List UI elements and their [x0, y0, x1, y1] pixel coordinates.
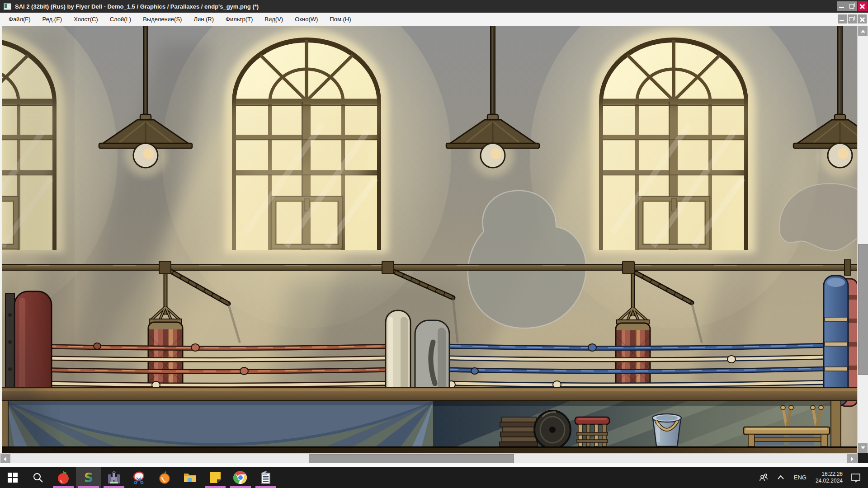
menu-item[interactable]: Ред.(E) [37, 14, 68, 25]
arrow-down-icon [861, 446, 865, 449]
taskbar-item-sai2[interactable]: S [76, 467, 101, 488]
start-button[interactable] [0, 467, 25, 488]
taskbar-item-writer-document[interactable] [253, 467, 278, 488]
people-icon[interactable] [755, 467, 772, 488]
taskbar-item-file-explorer[interactable] [177, 467, 203, 488]
scroll-left-button[interactable] [0, 454, 10, 463]
taskbar-item-tomato-timer[interactable] [51, 467, 76, 488]
close-button[interactable] [858, 1, 868, 11]
vertical-scrollbar[interactable] [857, 26, 868, 453]
clock-time: 16:22:26 [816, 471, 843, 478]
language-indicator[interactable]: ENG [789, 474, 811, 481]
taskbar: S [0, 467, 868, 488]
corner-pad-blue [824, 276, 848, 406]
document-minimize-button[interactable] [838, 14, 847, 23]
scroll-right-button[interactable] [847, 454, 857, 463]
menu-bar: Файл(F)Ред.(E)Холст(C)Слой(L)Выделение(S… [0, 13, 868, 26]
menu-item[interactable]: Пом.(H) [324, 14, 357, 25]
menu-item[interactable]: Холст(C) [68, 14, 104, 25]
status-strip [0, 463, 868, 467]
snipping-scissors-icon [132, 471, 146, 484]
clock-date: 24.02.2024 [816, 478, 843, 484]
gym-pixel-art [0, 26, 858, 453]
menu-item[interactable]: Файл(F) [3, 14, 37, 25]
horizontal-scroll-thumb[interactable] [309, 454, 514, 464]
windows-logo-icon [7, 472, 19, 483]
taskbar-item-castle-game[interactable] [101, 467, 127, 488]
system-tray: ENG 16:22:26 24.02.2024 [755, 467, 864, 488]
sticky-note-icon [208, 471, 222, 484]
scroll-up-button[interactable] [858, 26, 868, 36]
taskbar-item-chrome[interactable] [228, 467, 253, 488]
menu-item[interactable]: Выделение(S) [137, 14, 188, 25]
taskbar-clock[interactable]: 16:22:26 24.02.2024 [811, 471, 847, 484]
scroll-down-button[interactable] [858, 443, 868, 453]
castle-icon [107, 471, 121, 484]
taskbar-search-button[interactable] [25, 467, 51, 488]
bucket [652, 414, 681, 446]
search-icon [32, 472, 44, 483]
gym-floor [0, 447, 858, 453]
taskbar-item-sticky-notes[interactable] [203, 467, 228, 488]
chrome-icon [233, 470, 248, 485]
sai-app-icon [4, 3, 11, 10]
ring-platform-beam [0, 387, 858, 401]
minimize-button[interactable] [837, 1, 847, 11]
horizontal-scrollbar[interactable] [0, 453, 858, 464]
document-close-button[interactable] [858, 14, 867, 23]
taskbar-item-snipping-tool[interactable] [127, 467, 152, 488]
screen: SAI 2 (32bit) (Rus) by Flyer Dell - Demo… [0, 0, 868, 488]
menu-item[interactable]: Окно(W) [289, 14, 324, 25]
document-restore-button[interactable] [848, 14, 857, 23]
arrow-right-icon [851, 457, 854, 461]
menu-item[interactable]: Фильтр(T) [220, 14, 259, 25]
title-bar: SAI 2 (32bit) (Rus) by Flyer Dell - Demo… [0, 0, 868, 13]
sai-rainbow-s-icon: S [81, 470, 96, 485]
arrow-up-icon [861, 30, 865, 33]
svg-text:S: S [84, 470, 93, 485]
writer-document-icon [259, 471, 273, 484]
ring-skirt-curtain [2, 400, 433, 449]
vertical-scroll-thumb[interactable] [858, 244, 868, 375]
under-ring-storage [433, 400, 858, 449]
notification-center-icon[interactable] [847, 467, 864, 488]
canvas-edge [0, 26, 2, 453]
restore-button[interactable] [847, 1, 857, 11]
tomato-icon [57, 471, 70, 484]
hidden-icons-chevron[interactable] [772, 467, 789, 488]
taskbar-item-fl-studio[interactable] [152, 467, 177, 488]
menu-item[interactable]: Вид(V) [259, 14, 289, 25]
menu-item[interactable]: Слой(L) [104, 14, 137, 25]
arrow-left-icon [4, 457, 6, 461]
window-title: SAI 2 (32bit) (Rus) by Flyer Dell - Demo… [15, 3, 259, 10]
menu-item[interactable]: Лин.(R) [188, 14, 220, 25]
drawing-canvas[interactable] [0, 26, 858, 453]
fl-studio-fruit-icon [158, 471, 171, 484]
folder-icon [183, 470, 197, 485]
